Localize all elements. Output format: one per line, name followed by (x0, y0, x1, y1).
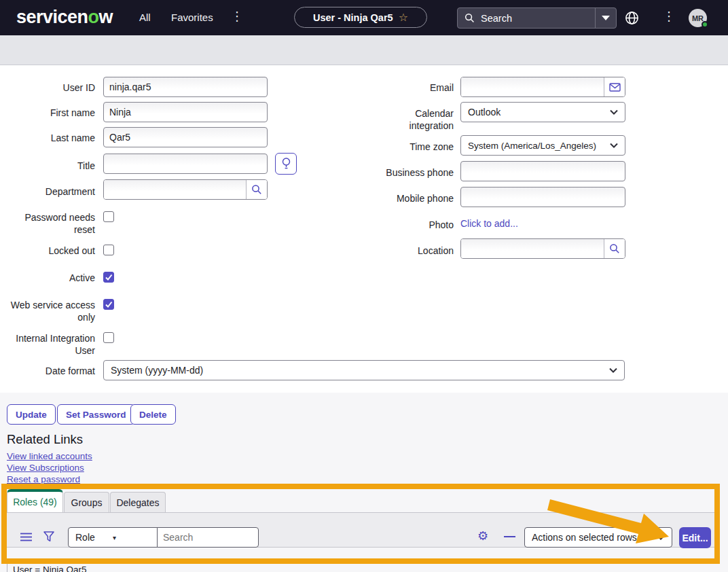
tab-roles-label: Roles (49) (13, 497, 57, 507)
date-format-select[interactable]: System (yyyy-MM-dd) (103, 360, 625, 380)
chevron-down-icon (609, 368, 617, 373)
context-pill[interactable]: User - Ninja Qar5 ☆ (294, 7, 427, 28)
photo-add-link[interactable]: Click to add... (460, 218, 518, 229)
reset-a-password-link[interactable]: Reset a password (7, 474, 80, 484)
password-needs-reset-label: Password needs reset (7, 211, 95, 236)
tab-roles[interactable]: Roles (49) (7, 489, 63, 512)
list-filter-breadcrumb[interactable]: User = Ninja Qar5 (7, 562, 721, 572)
triangle-down-icon: ▾ (113, 534, 150, 541)
tab-groups[interactable]: Groups (64, 492, 109, 512)
active-checkbox[interactable] (103, 272, 114, 283)
first-name-field[interactable] (103, 102, 268, 122)
last-name-label: Last name (7, 132, 95, 144)
actions-on-selected-rows-select[interactable]: Actions on selected rows... (524, 527, 672, 548)
list-context-menu-icon[interactable] (20, 533, 32, 541)
date-format-value: System (yyyy-MM-dd) (111, 365, 609, 376)
locked-out-checkbox[interactable] (103, 245, 114, 255)
instance-more-menu-icon[interactable]: ⋮ (663, 10, 675, 22)
avatar-initials: MR (692, 14, 704, 22)
search-scope-dropdown[interactable] (595, 8, 616, 28)
check-icon (104, 300, 113, 309)
collapse-list-icon[interactable] (504, 536, 515, 537)
business-phone-field[interactable] (460, 161, 625, 181)
global-search[interactable]: Search (457, 7, 617, 29)
location-field-group (460, 238, 625, 259)
date-format-label: Date format (7, 365, 95, 377)
mobile-phone-field[interactable] (460, 187, 625, 207)
user-id-field[interactable] (103, 77, 268, 97)
time-zone-select[interactable]: System (America/Los_Angeles) (460, 135, 625, 156)
calendar-integration-select[interactable]: Outlook (460, 102, 625, 122)
time-zone-value: System (America/Los_Angeles) (468, 141, 610, 151)
location-lookup-button[interactable] (604, 239, 625, 258)
search-icon (465, 13, 475, 23)
locked-out-label: Locked out (7, 245, 95, 257)
first-name-label: First name (7, 107, 95, 119)
tab-delegates-label: Delegates (116, 497, 159, 508)
email-label: Email (378, 82, 454, 94)
mail-icon (609, 83, 621, 92)
calendar-integration-label: Calendar integration (378, 107, 454, 132)
related-links-title: Related Links (7, 432, 83, 447)
location-field[interactable] (461, 239, 604, 258)
edit-button[interactable]: Edit... (679, 527, 711, 548)
mobile-phone-label: Mobile phone (378, 192, 454, 204)
user-id-label: User ID (7, 82, 95, 94)
list-search-field-select[interactable]: Role ▾ (68, 527, 158, 548)
favorite-star-icon[interactable]: ☆ (399, 11, 408, 24)
email-compose-button[interactable] (604, 77, 625, 96)
email-field-group (460, 77, 625, 97)
record-header-bar (0, 35, 728, 65)
breadcrumb-text: User = Ninja Qar5 (13, 565, 86, 572)
location-label: Location (378, 245, 454, 257)
context-pill-label: User - Ninja Qar5 (313, 12, 393, 23)
avatar[interactable]: MR (689, 9, 707, 27)
tab-groups-label: Groups (71, 497, 103, 508)
chevron-down-icon (610, 109, 618, 115)
gear-icon[interactable]: ⚙ (477, 530, 488, 542)
department-field-group (103, 179, 268, 200)
department-label: Department (7, 185, 95, 198)
time-zone-label: Time zone (378, 141, 454, 153)
chevron-down-icon (657, 535, 665, 540)
view-linked-accounts-link[interactable]: View linked accounts (7, 451, 92, 461)
logo-green-o: o (88, 7, 99, 27)
department-lookup-button[interactable] (246, 180, 267, 199)
actions-select-value: Actions on selected rows... (532, 532, 657, 543)
nav-more-menu-icon[interactable]: ⋮ (231, 10, 243, 22)
web-service-access-only-checkbox[interactable] (103, 299, 114, 310)
list-search-input[interactable] (157, 527, 259, 548)
nav-all[interactable]: All (139, 12, 151, 23)
password-needs-reset-checkbox[interactable] (103, 211, 114, 222)
global-search-placeholder: Search (481, 13, 512, 24)
servicenow-logo[interactable]: servicenow (16, 7, 113, 28)
title-label: Title (7, 160, 95, 172)
search-icon (251, 184, 262, 195)
title-field[interactable] (103, 154, 268, 174)
lightbulb-icon (282, 158, 291, 170)
internal-integration-user-label: Internal Integration User (7, 332, 95, 357)
last-name-field[interactable] (103, 127, 268, 147)
view-subscriptions-link[interactable]: View Subscriptions (7, 463, 84, 473)
email-field[interactable] (461, 77, 604, 96)
chevron-down-icon (602, 16, 610, 20)
footer-set-password-button[interactable]: Set Password (57, 404, 135, 425)
footer-update-button[interactable]: Update (7, 404, 56, 425)
internal-integration-user-checkbox[interactable] (103, 332, 114, 343)
check-icon (104, 272, 113, 282)
footer-delete-button[interactable]: Delete (130, 404, 176, 425)
department-field[interactable] (104, 180, 246, 199)
photo-label: Photo (378, 219, 454, 231)
tab-delegates[interactable]: Delegates (110, 492, 166, 512)
nav-favorites[interactable]: Favorites (171, 12, 213, 23)
filter-icon[interactable] (43, 531, 54, 543)
web-service-access-only-label: Web service access only (7, 299, 95, 323)
chevron-down-icon (610, 143, 618, 148)
list-search-field-value: Role (75, 532, 113, 543)
top-navbar: servicenow All Favorites ⋮ User - Ninja … (0, 0, 728, 35)
search-icon (609, 243, 620, 254)
suggestion-button[interactable] (275, 153, 297, 175)
presence-dot (702, 21, 708, 28)
globe-icon[interactable] (625, 11, 639, 25)
business-phone-label: Business phone (378, 166, 454, 179)
